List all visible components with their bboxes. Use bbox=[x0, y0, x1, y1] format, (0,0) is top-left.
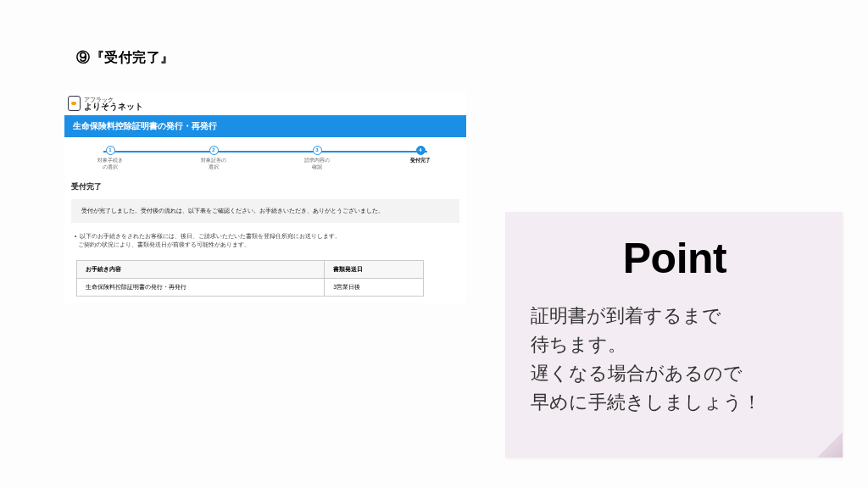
cell: 生命保険料控除証明書の発行・再発行 bbox=[77, 279, 325, 297]
brand-bottom: よりそうネット bbox=[84, 103, 143, 111]
step-label: 請求内容の 確認 bbox=[290, 158, 344, 171]
step-dot: 1 bbox=[106, 146, 115, 155]
page-title-bar: 生命保険料控除証明書の発行・再発行 bbox=[64, 115, 466, 137]
step-label: 対象証券の 選択 bbox=[186, 158, 241, 171]
step-1: 1 対象手続き の選択 bbox=[83, 146, 137, 171]
note-title: Point bbox=[531, 234, 819, 283]
table-row: 生命保険料控除証明書の発行・再発行 3営業日後 bbox=[77, 279, 424, 297]
step-2: 2 対象証券の 選択 bbox=[186, 146, 241, 171]
step-dot: 3 bbox=[313, 146, 322, 155]
col-header: お手続き内容 bbox=[77, 261, 325, 279]
step-label: 対象手続き の選択 bbox=[83, 158, 137, 171]
point-sticky-note: Point 証明書が到着するまで 待ちます。 遅くなる場合があるので 早めに手続… bbox=[505, 212, 843, 458]
completion-message: 受付が完了しました。受付後の流れは、以下表をご確認ください。お手続きいただき、あ… bbox=[71, 199, 459, 223]
duck-icon bbox=[68, 96, 81, 111]
step-label-active: 受付完了 bbox=[393, 158, 448, 164]
app-screenshot: アフラック よりそうネット 生命保険料控除証明書の発行・再発行 1 対象手続き … bbox=[64, 92, 466, 303]
table-header-row: お手続き内容 書類発送日 bbox=[77, 261, 424, 279]
step-4: 4 受付完了 bbox=[393, 146, 448, 164]
step-dot: 2 bbox=[209, 146, 219, 155]
list-item: ご契約の状況により、書類発送日が前後する可能性があります。 bbox=[75, 241, 456, 249]
step-3: 3 請求内容の 確認 bbox=[290, 146, 344, 171]
progress-stepper: 1 対象手続き の選択 2 対象証券の 選択 3 請求内容の 確認 4 受付完了 bbox=[64, 137, 466, 178]
list-item: •以下のお手続きをされたお客様には、後日、ご請求いただいた書類を登録住所宛にお送… bbox=[75, 232, 456, 241]
panel-subheading: 受付完了 bbox=[64, 178, 466, 196]
brand-bar: アフラック よりそうネット bbox=[64, 92, 466, 115]
col-header: 書類発送日 bbox=[325, 261, 424, 279]
note-body: 証明書が到着するまで 待ちます。 遅くなる場合があるので 早めに手続きしましょう… bbox=[531, 302, 819, 417]
shipping-table: お手続き内容 書類発送日 生命保険料控除証明書の発行・再発行 3営業日後 bbox=[76, 260, 424, 297]
section-heading: ⑨『受付完了』 bbox=[76, 49, 175, 67]
step-dot-active: 4 bbox=[416, 146, 426, 155]
cell: 3営業日後 bbox=[325, 279, 424, 297]
notice-list: •以下のお手続きをされたお客様には、後日、ご請求いただいた書類を登録住所宛にお送… bbox=[64, 228, 466, 254]
